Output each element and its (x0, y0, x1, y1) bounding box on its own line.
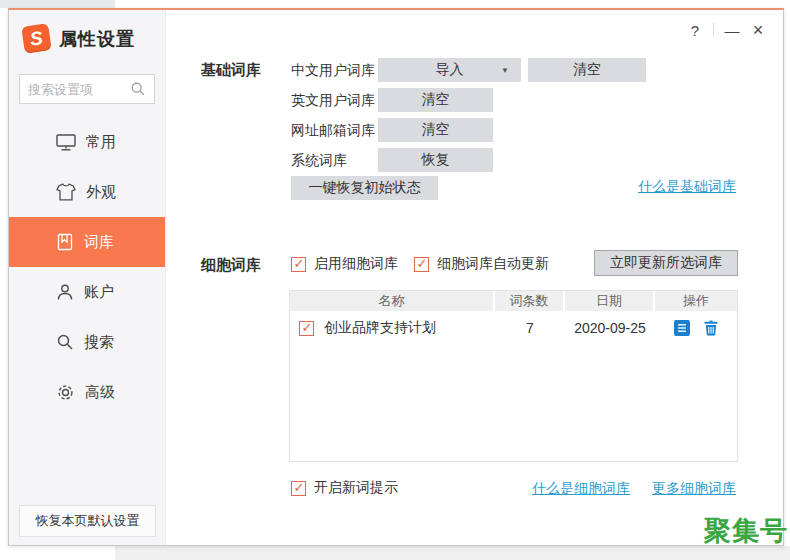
sidebar-item-lexicon[interactable]: 词库 (9, 217, 165, 267)
search-icon (130, 81, 146, 97)
dictionary-icon (56, 233, 74, 251)
row-select-checkbox[interactable]: ✓ (299, 321, 314, 336)
table-header-row: 名称 词条数 日期 操作 (290, 291, 737, 311)
column-header-count: 词条数 (495, 291, 565, 311)
operations-cell (655, 320, 737, 336)
cell-lexicon-section-title: 细胞词库 (201, 253, 261, 277)
view-entries-button[interactable] (674, 320, 690, 336)
sidebar-item-label: 外观 (86, 183, 116, 202)
sidebar-item-advanced[interactable]: 高级 (9, 367, 165, 417)
settings-search-box (19, 74, 155, 104)
check-icon: ✓ (302, 321, 313, 334)
clear-chinese-lexicon-button[interactable]: 清空 (528, 58, 646, 82)
new-word-tip-row: ✓ 开启新词提示 (291, 479, 398, 497)
user-icon (56, 283, 74, 301)
sidebar-item-label: 词库 (84, 233, 114, 252)
desktop-patch (0, 0, 115, 8)
lexicon-settings-panel: 基础词库 中文用户词库 导入 ▼ 清空 英文用户词库 清空 网址邮箱词库 清空 … (166, 10, 783, 545)
entry-count-cell: 7 (495, 320, 565, 336)
enable-cell-lexicon-checkbox[interactable]: ✓ (291, 257, 306, 272)
sidebar-nav: 常用 外观 词库 账户 (9, 117, 165, 417)
system-lexicon-label: 系统词库 (291, 148, 347, 172)
list-icon (674, 320, 690, 336)
tshirt-icon (56, 183, 76, 201)
page-title: 属性设置 (59, 27, 135, 51)
what-is-basic-lexicon-link[interactable]: 什么是基础词库 (638, 178, 736, 196)
settings-window: ? — × S 属性设置 常用 (8, 8, 784, 546)
titlebar-divider (713, 23, 714, 37)
sidebar-item-account[interactable]: 账户 (9, 267, 165, 317)
app-logo-row: S 属性设置 (23, 25, 135, 52)
minimize-icon[interactable]: — (719, 18, 745, 42)
more-cell-lexicons-link[interactable]: 更多细胞词库 (652, 480, 736, 498)
sidebar-item-appearance[interactable]: 外观 (9, 167, 165, 217)
chevron-down-icon: ▼ (501, 66, 509, 75)
delete-lexicon-button[interactable] (704, 320, 718, 336)
search-icon (56, 333, 74, 351)
enable-cell-lexicon-label: 启用细胞词库 (314, 255, 398, 273)
lexicon-name-cell: ✓ 创业品牌支持计划 (290, 319, 495, 337)
date-cell: 2020-09-25 (565, 320, 655, 336)
sidebar-item-label: 常用 (86, 133, 116, 152)
cell-lexicon-links: 什么是细胞词库 更多细胞词库 (532, 480, 736, 498)
sidebar-item-search[interactable]: 搜索 (9, 317, 165, 367)
url-email-lexicon-label: 网址邮箱词库 (291, 118, 375, 142)
import-button-label: 导入 (436, 61, 464, 79)
update-selected-lexicons-button[interactable]: 立即更新所选词库 (594, 250, 738, 276)
search-input[interactable] (28, 82, 130, 97)
desktop-patch (115, 546, 790, 560)
enable-cell-lexicon-row: ✓ 启用细胞词库 (291, 255, 398, 273)
close-icon[interactable]: × (745, 18, 771, 42)
sidebar-item-label: 高级 (85, 383, 115, 402)
help-icon[interactable]: ? (682, 18, 708, 42)
column-header-operations: 操作 (655, 291, 737, 311)
trash-icon (704, 320, 718, 336)
check-icon: ✓ (417, 257, 428, 270)
sogou-logo-icon: S (21, 23, 51, 53)
clear-english-lexicon-button[interactable]: 清空 (378, 88, 493, 112)
desktop-background: ? — × S 属性设置 常用 (0, 0, 790, 560)
auto-update-label: 细胞词库自动更新 (437, 255, 549, 273)
check-icon: ✓ (294, 257, 305, 270)
sidebar-item-label: 搜索 (84, 333, 114, 352)
cell-lexicon-table: 名称 词条数 日期 操作 ✓ 创业品牌支持计划 7 2020-09-25 (289, 290, 738, 462)
what-is-cell-lexicon-link[interactable]: 什么是细胞词库 (532, 480, 630, 498)
clear-url-email-lexicon-button[interactable]: 清空 (378, 118, 493, 142)
gear-icon (56, 383, 75, 402)
column-header-name: 名称 (290, 291, 495, 311)
lexicon-name: 创业品牌支持计划 (324, 319, 436, 337)
basic-lexicon-section-title: 基础词库 (201, 58, 261, 82)
restore-defaults-button[interactable]: 恢复本页默认设置 (19, 505, 156, 537)
column-header-date: 日期 (565, 291, 655, 311)
import-dropdown-button[interactable]: 导入 ▼ (378, 58, 521, 82)
auto-update-checkbox[interactable]: ✓ (414, 257, 429, 272)
english-user-lexicon-label: 英文用户词库 (291, 88, 375, 112)
sidebar: S 属性设置 常用 (9, 10, 166, 545)
one-key-reset-button[interactable]: 一键恢复初始状态 (291, 176, 438, 200)
table-row: ✓ 创业品牌支持计划 7 2020-09-25 (290, 311, 737, 345)
sidebar-item-common[interactable]: 常用 (9, 117, 165, 167)
restore-system-lexicon-button[interactable]: 恢复 (378, 148, 493, 172)
new-word-tip-checkbox[interactable]: ✓ (291, 481, 306, 496)
new-word-tip-label: 开启新词提示 (314, 479, 398, 497)
check-icon: ✓ (294, 481, 305, 494)
auto-update-row: ✓ 细胞词库自动更新 (414, 255, 549, 273)
sidebar-item-label: 账户 (84, 283, 114, 302)
monitor-icon (56, 134, 76, 151)
titlebar-controls: ? — × (682, 18, 771, 42)
chinese-user-lexicon-label: 中文用户词库 (291, 58, 375, 82)
watermark: 聚集号 (704, 513, 788, 549)
